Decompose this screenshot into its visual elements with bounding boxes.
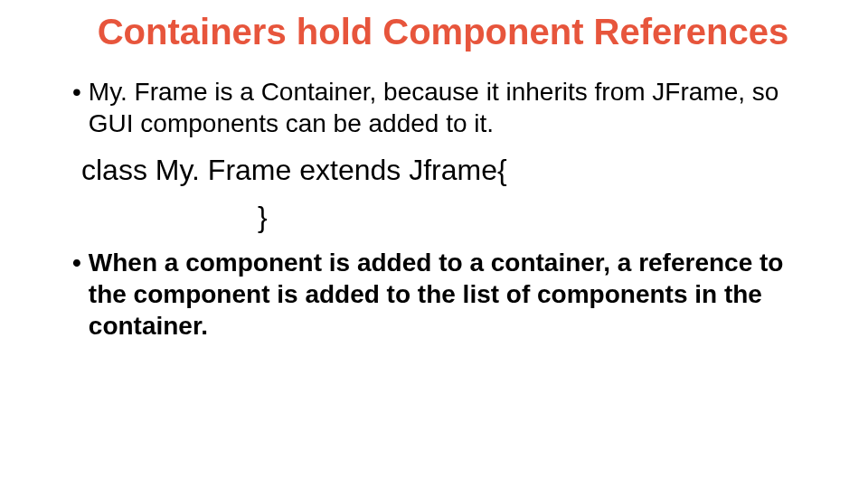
bullet-dot: • <box>72 76 81 108</box>
bullet-item: • When a component is added to a contain… <box>72 247 814 342</box>
slide: Containers hold Component References • M… <box>0 0 868 347</box>
bullet-dot: • <box>72 247 81 278</box>
slide-title: Containers hold Component References <box>98 11 789 52</box>
bullet-text: My. Frame is a Container, because it inh… <box>89 76 814 139</box>
code-snippet-close: } <box>258 201 814 234</box>
code-snippet-open: class My. Frame extends Jframe{ <box>81 152 814 190</box>
bullet-text: When a component is added to a container… <box>89 247 814 342</box>
bullet-item: • My. Frame is a Container, because it i… <box>72 76 814 139</box>
